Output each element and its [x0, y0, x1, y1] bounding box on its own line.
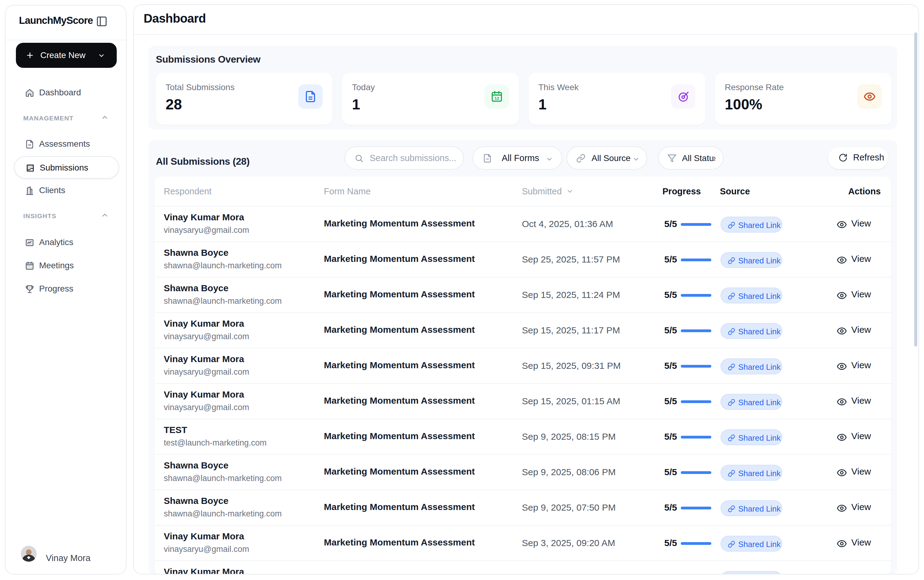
svg-text:12: 12 — [495, 96, 499, 101]
